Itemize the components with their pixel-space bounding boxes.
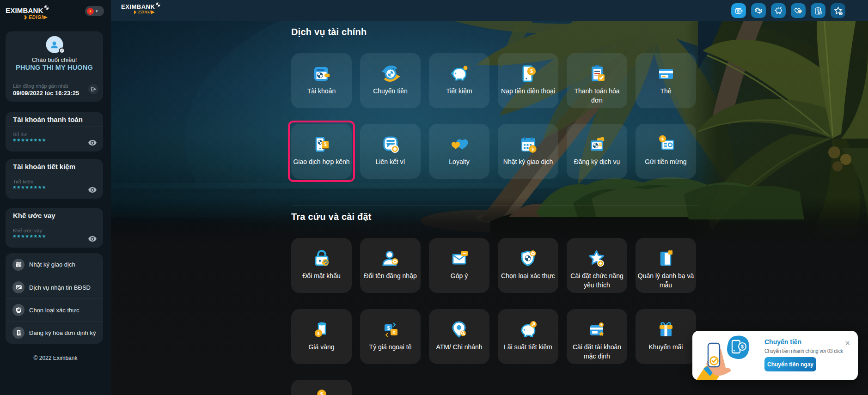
svg-text:$: $	[661, 137, 663, 141]
svg-text:$: $	[387, 325, 390, 331]
svg-text:¢: ¢	[392, 330, 395, 335]
svg-text:$: $	[320, 391, 323, 395]
svg-text:$: $	[317, 331, 319, 336]
svg-text:$: $	[531, 147, 533, 152]
svg-text:$: $	[530, 68, 532, 74]
svg-text:$: $	[741, 344, 744, 349]
